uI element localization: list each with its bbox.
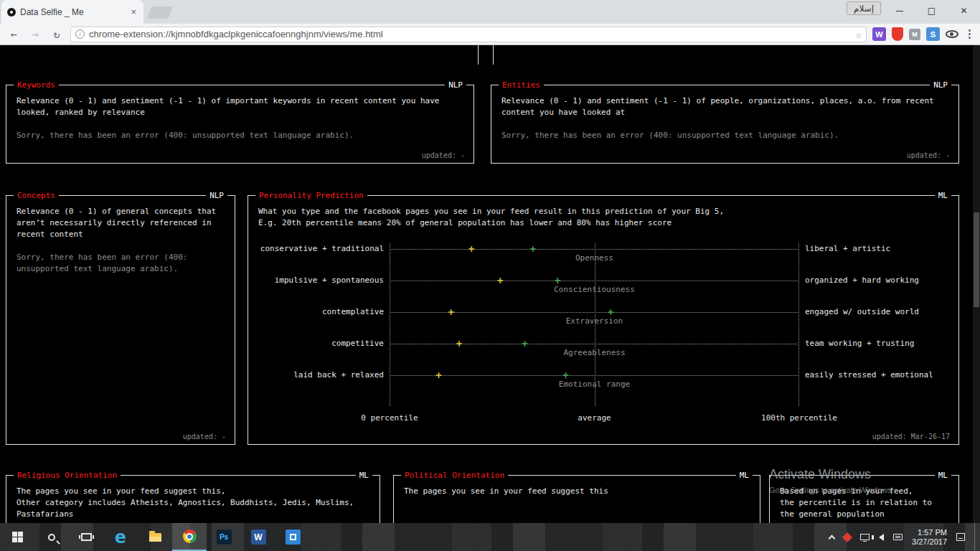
description-line: Relevance (0 - 1) and sentiment (-1 - 1)… <box>17 95 463 107</box>
clock-time: 1:57 PM <box>912 528 947 537</box>
overlay-language-badge: إسلام <box>847 1 881 15</box>
marker-yellow: + <box>435 369 441 382</box>
window-controls: □ ✕ <box>883 0 980 22</box>
x-tick-label: 100th percentile <box>761 413 837 423</box>
panel-title: Entities <box>499 80 544 91</box>
extension-s-icon[interactable]: S <box>926 27 940 41</box>
start-button[interactable] <box>0 523 34 551</box>
tab-favicon-icon <box>7 8 16 17</box>
x-axis-labels: 0 percentile average 100th percentile <box>390 413 799 425</box>
x-tick-label: average <box>578 413 611 423</box>
trait-dotted-line <box>390 375 799 376</box>
trait-dotted-line <box>390 281 799 281</box>
panel-title: Religious Orientation <box>14 470 121 481</box>
action-center-icon[interactable] <box>956 533 965 541</box>
word-icon: W <box>251 529 266 545</box>
taskbar-photoshop-button[interactable]: Ps <box>207 523 241 551</box>
description-line: aren’t necessarily directly referenced i… <box>17 217 225 229</box>
updated-label: updated: - <box>422 151 465 159</box>
marker-green: + <box>562 369 568 382</box>
taskbar-chrome-button[interactable] <box>172 523 207 551</box>
taskbar: e Ps W 1:57 PM <box>0 523 980 551</box>
taskbar-app-button[interactable] <box>275 523 310 551</box>
blue-app-icon <box>286 529 301 545</box>
data-selfie-eye-icon[interactable] <box>946 30 958 38</box>
trait-low-label: competitive <box>258 328 384 359</box>
marker-yellow: + <box>497 274 503 287</box>
trait-dotted-line <box>390 249 799 250</box>
browser-menu-icon[interactable] <box>964 29 974 39</box>
panel-description: The pages you see in your feed suggest t… <box>17 486 369 520</box>
maximize-button[interactable]: □ <box>915 0 948 22</box>
description-line: content you have looked at <box>501 107 948 118</box>
panel-title: Political Orientation <box>401 470 508 481</box>
browser-tab[interactable]: Data Selfie _ Me × <box>1 0 143 24</box>
trait-high-label: liberal + artistic <box>805 233 948 265</box>
back-icon[interactable]: ← <box>6 28 22 41</box>
description-line: Based on pages in your feed, <box>780 486 948 497</box>
description-line: Other category includes Atheists, Agnost… <box>17 497 369 509</box>
error-message: Sorry, there has been an error (400: uns… <box>17 252 225 275</box>
trait-low-label: laid back + relaxed <box>258 359 384 391</box>
extension-m-icon[interactable]: M <box>909 29 920 40</box>
error-line: Sorry, there has been an error (400: uns… <box>501 130 948 141</box>
ml-badge: ML <box>935 190 951 202</box>
keyboard-icon[interactable] <box>893 534 903 540</box>
extension-shield-icon[interactable] <box>892 27 903 41</box>
volume-icon[interactable] <box>879 534 884 541</box>
panel-description: Based on pages in your feed, the percent… <box>780 486 948 520</box>
show-desktop-button[interactable] <box>974 523 977 551</box>
trait-name: Openness <box>390 253 799 263</box>
taskbar-word-button[interactable]: W <box>241 523 275 551</box>
concepts-panel: Concepts NLP Relevance (0 - 1) of genera… <box>6 195 235 445</box>
new-tab-button[interactable] <box>147 6 174 19</box>
trait-high-label: engaged w/ outside world <box>805 296 948 328</box>
tab-close-icon[interactable]: × <box>129 6 138 17</box>
minimize-button[interactable] <box>883 0 915 22</box>
antivirus-tray-icon[interactable] <box>842 532 852 542</box>
marker-yellow: + <box>448 306 453 319</box>
trait-name: Emotional range <box>390 380 799 389</box>
close-button[interactable]: ✕ <box>948 0 980 22</box>
task-view-button[interactable] <box>69 523 103 551</box>
photoshop-icon: Ps <box>217 529 232 545</box>
tab-title: Data Selfie _ Me <box>20 7 125 17</box>
marker-yellow: + <box>456 337 462 350</box>
screen: Data Selfie _ Me × إسلام □ ✕ ← → ↻ i ☆ W… <box>0 0 980 551</box>
page-info-icon[interactable]: i <box>75 29 85 39</box>
taskbar-clock[interactable]: 1:57 PM 3/27/2017 <box>912 528 947 547</box>
trait-low-label: contemplative <box>258 296 384 328</box>
network-icon[interactable] <box>860 534 870 540</box>
trait-high-label: organized + hard working <box>805 265 948 296</box>
extension-w-icon[interactable]: W <box>872 27 886 41</box>
nlp-badge: NLP <box>206 190 227 202</box>
taskbar-file-explorer-button[interactable] <box>138 523 172 551</box>
description-line: What you type and the facebook pages you… <box>258 206 948 217</box>
forward-icon[interactable]: → <box>27 28 43 41</box>
plot-area: Openness++Conscientiousness++Extraversio… <box>390 233 799 425</box>
trait-name: Agreeableness <box>390 348 799 357</box>
address-bar[interactable]: i ☆ <box>70 27 867 42</box>
url-input[interactable] <box>89 29 852 39</box>
panel-description: Relevance (0 - 1) and sentiment (-1 - 1)… <box>17 95 463 118</box>
search-button[interactable] <box>34 523 69 551</box>
page-content: Keywords NLP Relevance (0 - 1) and senti… <box>0 45 980 523</box>
description-line: the general population <box>780 509 948 520</box>
panel-border-remnant <box>493 45 494 65</box>
tray-chevron-up-icon[interactable] <box>829 534 836 542</box>
age-panel: ML Based on pages in your feed, the perc… <box>769 475 959 523</box>
bookmark-star-icon[interactable]: ☆ <box>856 29 862 40</box>
browser-toolbar: ← → ↻ i ☆ W M S <box>0 24 980 45</box>
page-scrollbar[interactable] <box>973 45 980 523</box>
error-message: Sorry, there has been an error (400: uns… <box>501 130 948 141</box>
refresh-icon[interactable]: ↻ <box>49 28 65 41</box>
panel-title: Keywords <box>14 80 59 91</box>
taskbar-edge-button[interactable]: e <box>103 523 138 551</box>
marker-green: + <box>555 274 560 287</box>
marker-green: + <box>530 242 536 255</box>
trait-high-label: easily stressed + emotional <box>805 359 948 391</box>
trait-name: Conscientiousness <box>390 285 799 294</box>
panel-title: Concepts <box>14 190 59 202</box>
scrollbar-thumb[interactable] <box>974 212 979 307</box>
panel-description: Relevance (0 - 1) of general concepts th… <box>17 206 225 240</box>
